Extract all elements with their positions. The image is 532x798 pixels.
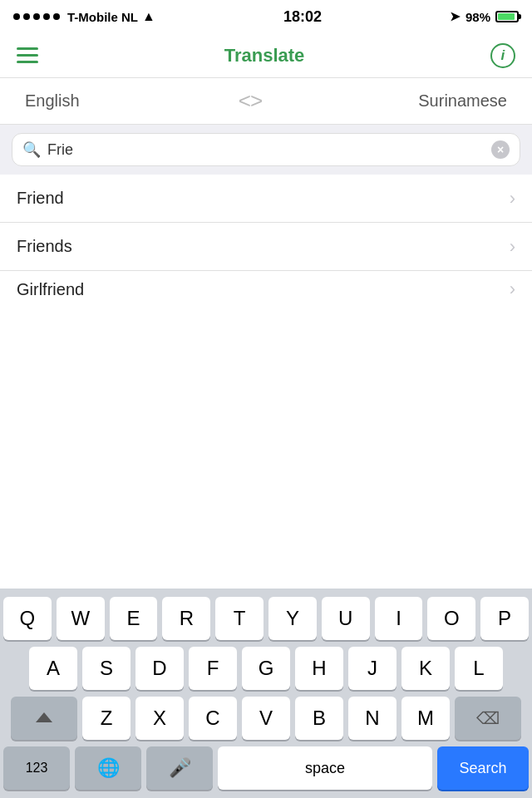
search-clear-button[interactable]: × — [491, 140, 510, 159]
key-g[interactable]: G — [242, 647, 290, 690]
header: Translate i — [0, 33, 532, 78]
carrier-label: T-Mobile NL — [67, 10, 138, 24]
key-w[interactable]: W — [57, 597, 105, 640]
key-s[interactable]: S — [82, 647, 131, 690]
menu-button[interactable] — [17, 47, 38, 63]
key-e[interactable]: E — [110, 597, 158, 640]
results-list: Friend › Friends › Girlfriend › — [0, 175, 532, 308]
language-bar: English < > Surinamese — [0, 78, 532, 125]
language-swap-icon[interactable]: < > — [239, 88, 260, 114]
key-i[interactable]: I — [375, 597, 423, 640]
key-o[interactable]: O — [427, 597, 475, 640]
globe-key[interactable]: 🌐 — [75, 746, 141, 790]
key-j[interactable]: J — [348, 647, 397, 690]
key-v[interactable]: V — [242, 697, 290, 740]
key-k[interactable]: K — [401, 647, 450, 690]
key-f[interactable]: F — [189, 647, 237, 690]
target-language[interactable]: Surinamese — [418, 91, 507, 111]
keyboard-bottom-row: 123 🌐 🎤 space Search — [3, 746, 529, 790]
key-t[interactable]: T — [215, 597, 264, 640]
list-item[interactable]: Friend › — [0, 175, 532, 223]
backspace-key[interactable]: ⌫ — [455, 697, 521, 740]
result-text: Friends — [17, 237, 72, 256]
search-input[interactable]: Frie — [47, 141, 485, 159]
status-left: T-Mobile NL ▲ — [13, 9, 155, 24]
search-button[interactable]: Search — [437, 746, 529, 790]
key-c[interactable]: C — [189, 697, 237, 740]
status-right: ➤ 98% — [450, 9, 519, 24]
microphone-icon: 🎤 — [169, 757, 191, 779]
keyboard-row-2: A S D F G H J K L — [3, 647, 529, 690]
key-z[interactable]: Z — [82, 697, 131, 740]
key-x[interactable]: X — [135, 697, 184, 740]
key-d[interactable]: D — [135, 647, 184, 690]
key-p[interactable]: P — [480, 597, 529, 640]
backspace-icon: ⌫ — [476, 708, 500, 728]
key-123[interactable]: 123 — [3, 746, 70, 790]
info-button[interactable]: i — [490, 43, 515, 68]
battery-percentage: 98% — [466, 10, 490, 24]
key-l[interactable]: L — [455, 647, 503, 690]
chevron-right-icon: › — [510, 278, 515, 300]
keyboard-row-3: Z X C V B N M ⌫ — [3, 697, 529, 740]
search-container: 🔍 Frie × — [0, 125, 532, 175]
list-item[interactable]: Girlfriend › — [0, 271, 532, 308]
app-title: Translate — [224, 45, 305, 66]
key-a[interactable]: A — [29, 647, 77, 690]
battery-icon — [495, 11, 519, 22]
key-n[interactable]: N — [348, 697, 397, 740]
mic-key[interactable]: 🎤 — [146, 746, 213, 790]
location-icon: ➤ — [450, 9, 461, 24]
chevron-right-icon: › — [510, 188, 515, 209]
chevron-right-icon: › — [510, 236, 515, 258]
space-key[interactable]: space — [218, 746, 432, 790]
key-u[interactable]: U — [322, 597, 370, 640]
globe-icon: 🌐 — [97, 757, 120, 779]
result-text: Girlfriend — [17, 280, 84, 299]
search-bar[interactable]: 🔍 Frie × — [12, 133, 520, 166]
search-icon: 🔍 — [22, 140, 41, 159]
source-language[interactable]: English — [25, 91, 80, 111]
list-item[interactable]: Friends › — [0, 223, 532, 271]
key-y[interactable]: Y — [268, 597, 317, 640]
key-q[interactable]: Q — [3, 597, 52, 640]
key-h[interactable]: H — [295, 647, 343, 690]
key-b[interactable]: B — [295, 697, 343, 740]
key-m[interactable]: M — [401, 697, 450, 740]
signal-dots — [13, 13, 60, 20]
keyboard: Q W E R T Y U I O P A S D F G H J K L Z … — [0, 589, 532, 798]
shift-key[interactable] — [11, 697, 77, 740]
keyboard-row-1: Q W E R T Y U I O P — [3, 597, 529, 640]
key-r[interactable]: R — [162, 597, 210, 640]
status-time: 18:02 — [283, 8, 322, 26]
wifi-icon: ▲ — [142, 9, 155, 24]
status-bar: T-Mobile NL ▲ 18:02 ➤ 98% — [0, 0, 532, 33]
result-text: Friend — [17, 189, 64, 208]
